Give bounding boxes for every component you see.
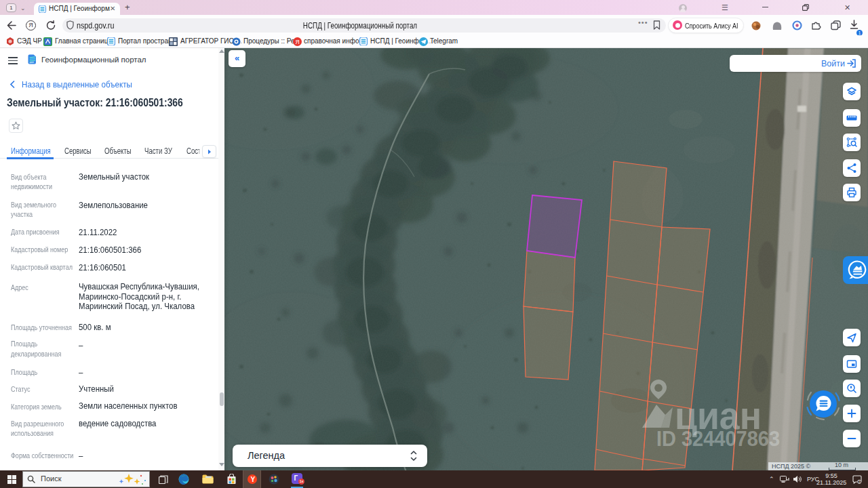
svg-text:ID 324407863: ID 324407863 <box>656 427 780 451</box>
svg-text:1: 1 <box>859 480 861 484</box>
svg-text:Я: Я <box>295 39 299 45</box>
